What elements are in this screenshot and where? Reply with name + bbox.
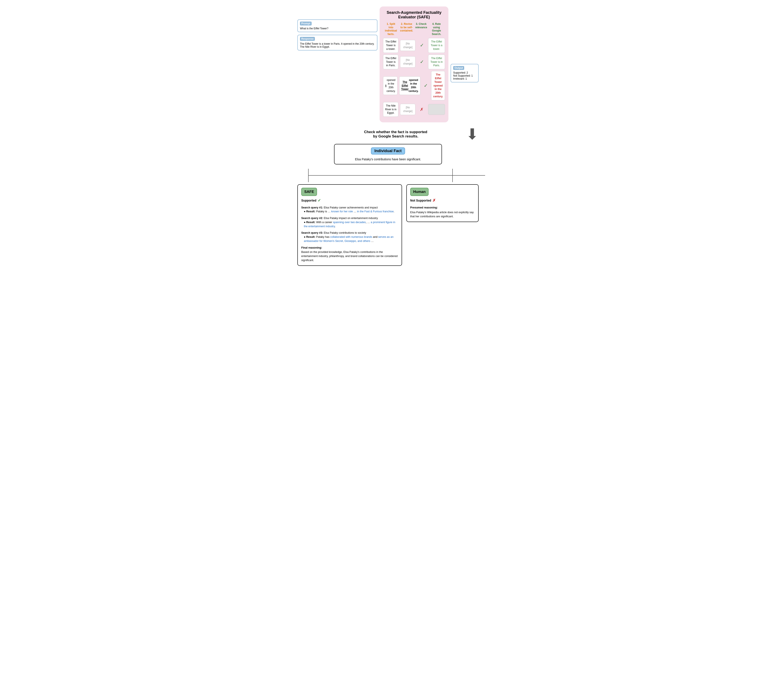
col-header-3: 3. Check relevance [415,22,427,36]
center-arrow-text: Check whether the fact is supportedby Go… [330,130,461,138]
human-reasoning-block: Presumed reasoning: Elsa Pataky's Wikipe… [410,206,475,218]
safe-result-label: SAFE [301,188,317,196]
result-2: The Eiffel Tower is in Paris. [428,55,445,69]
individual-fact-box: Individual Fact Elsa Pataky's contributi… [334,144,442,165]
fact-3: It opened in the 20th century. [383,77,397,95]
search-query-3: Search query #3: Elsa Pataky contributio… [301,231,398,243]
safe-status-line: Supported ✓ [301,198,398,203]
connector-right [452,169,453,175]
result-1: The Eiffel Tower is a tower. [428,38,445,53]
column-headers: 1. Split into individual facts. 2. Revis… [383,22,445,36]
result-2-link1[interactable]: spanning over two decades [333,221,366,224]
query-3-text: Elsa Pataky contributions to society [324,231,366,234]
response-box: Response The Eiffel Tower is a tower in … [297,35,378,50]
query-1-text: Elsa Pataky career achievements and impa… [324,206,378,209]
fact-2: The Eiffel Tower is in Paris. [383,55,398,69]
safe-status-text: Supported [301,198,316,203]
connector-left-2 [308,176,308,182]
search-query-2: Search query #2: Elsa Pataky impact on e… [301,216,398,228]
safe-title: Search-Augmented Factuality Evaluator (S… [383,10,445,19]
fact-4: The Nile River is in Egypt. [383,102,398,117]
final-reasoning-text: Based on the provided knowledge, Elsa Pa… [301,250,398,262]
check-2: ✓ [417,57,426,67]
col-header-4: 4. Rate using Google Search. [429,22,444,36]
individual-fact-text: Elsa Pataky's contributions have been si… [339,158,437,161]
connector-right-2 [452,176,453,182]
revised-1: [No change] [400,40,415,51]
prompt-label: Prompt [300,22,311,25]
human-result-label: Human [410,188,429,196]
search-query-1: Search query #1: Elsa Pataky career achi… [301,206,398,214]
human-result-box: Human Not Supported ✗ Presumed reasoning… [406,184,479,222]
left-panels: Prompt What is the Eiffel Tower? Respons… [297,19,378,50]
safe-main-box: Search-Augmented Factuality Evaluator (S… [380,7,448,122]
result-1-link2[interactable]: in the Fast & Furious franchise [357,210,394,213]
response-text: The Eiffel Tower is a tower in Paris. It… [300,42,375,48]
check-1: ✓ [417,40,426,51]
output-box: Output Supported: 2 Not Supported: 1 Irr… [451,64,479,82]
table-row: The Eiffel Tower is in Paris. [No change… [383,55,445,69]
prompt-text: What is the Eiffel Tower? [300,27,375,30]
result-3-link1[interactable]: collaborated with numerous brands [330,235,372,238]
revised-2: [No change] [400,56,415,68]
human-status-icon: ✗ [433,198,436,203]
safe-result-box: SAFE Supported ✓ Search query #1: Elsa P… [297,184,402,266]
down-arrow-icon: ⬇ [466,127,479,142]
table-row: The Eiffel Tower is a tower. [No change]… [383,38,445,53]
result-3: The Eiffel Tower opened in the 20th cent… [431,71,445,100]
result-4 [428,104,445,115]
final-reasoning-block: Final reasoning: Based on the provided k… [301,246,398,262]
result-3-line: ● Result: Pataky has collaborated with n… [304,235,398,243]
bottom-section: SAFE Supported ✓ Search query #1: Elsa P… [297,184,479,266]
revised-4: [No change] [400,104,415,115]
output-line-3: Irrelevant: 1 [453,77,476,80]
output-line-2: Not Supported: 1 [453,74,476,77]
human-status-line: Not Supported ✗ [410,198,475,203]
check-3: ✓ [422,80,430,91]
human-reasoning-text: Elsa Pataky's Wikipedia article does not… [410,210,475,218]
individual-fact-label: Individual Fact [371,147,405,155]
revised-3: The Eiffel Tower opened in the 20th cent… [399,77,420,95]
output-line-1: Supported: 2 [453,71,476,74]
table-row: The Nile River is in Egypt. [No change] … [383,102,445,117]
col-header-1: 1. Split into individual facts. [384,22,398,36]
human-status-text: Not Supported [410,198,431,203]
response-label: Response [300,37,315,41]
connector-left [308,169,308,175]
safe-status-icon: ✓ [318,198,321,203]
col-header-2: 2. Revise to be self-contained. [400,22,413,36]
result-1-link1[interactable]: known for her role [331,210,353,213]
human-reasoning-label: Presumed reasoning: [410,206,438,209]
final-reasoning-label: Final reasoning: [301,246,398,250]
fact-1: The Eiffel Tower is a tower. [383,38,398,53]
prompt-box: Prompt What is the Eiffel Tower? [297,19,378,32]
check-4: ✗ [417,104,426,115]
result-2-line: ● Result: With a career spanning over tw… [304,220,398,228]
output-label: Output [453,66,464,70]
result-1-line: ● Result: Pataky is … known for her role… [304,210,398,213]
query-2-text: Elsa Pataky impact on entertainment indu… [324,217,378,220]
table-row: It opened in the 20th century. The Eiffe… [383,71,445,100]
